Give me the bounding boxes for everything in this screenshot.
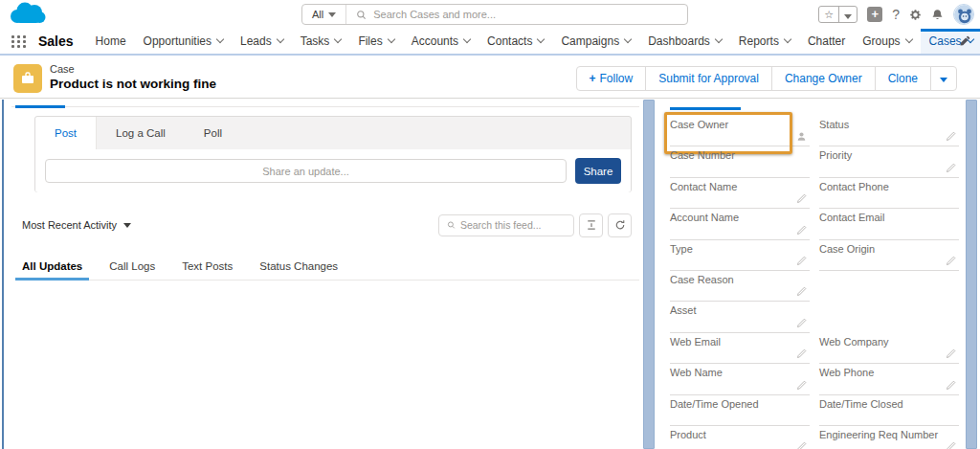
details-tab-underline: [660, 100, 965, 109]
filter-text-posts[interactable]: Text Posts: [182, 252, 233, 280]
edit-pencil-icon[interactable]: [796, 441, 807, 449]
nav-tab-leads[interactable]: Leads: [232, 29, 292, 54]
filter-call-logs[interactable]: Call Logs: [109, 252, 155, 280]
triangle-down-icon[interactable]: [123, 223, 131, 228]
field-date-time-closed: Date/Time Closed: [819, 395, 959, 426]
filter-all-updates[interactable]: All Updates: [22, 252, 82, 280]
refresh-feed-button[interactable]: [608, 213, 632, 237]
filter-status-changes[interactable]: Status Changes: [259, 252, 338, 280]
field-web-name: Web Name: [670, 364, 810, 394]
search-scope-dropdown[interactable]: All: [302, 5, 346, 24]
share-button[interactable]: Share: [575, 158, 621, 184]
field-asset: Asset: [670, 302, 810, 332]
global-search: All: [301, 4, 688, 25]
publisher-tab-poll[interactable]: Poll: [185, 117, 241, 149]
edit-pencil-icon[interactable]: [796, 318, 807, 328]
app-launcher-icon[interactable]: [11, 35, 27, 48]
details-panel-scrollbar[interactable]: [966, 100, 977, 449]
global-actions-icon[interactable]: +: [867, 7, 882, 22]
favorites-star-icon[interactable]: ☆: [819, 7, 839, 22]
feed-sort-label[interactable]: Most Recent Activity: [22, 219, 117, 231]
favorites-dropdown[interactable]: [839, 6, 857, 23]
field-product: Product: [670, 426, 810, 449]
nav-tab-tasks[interactable]: Tasks: [292, 29, 350, 54]
submit-for-approval-button[interactable]: Submit for Approval: [645, 66, 772, 91]
feed-tab-underline: [11, 100, 639, 107]
salesforce-logo-icon[interactable]: [8, 1, 48, 27]
feed-filter-tabs: All Updates Call Logs Text Posts Status …: [22, 252, 639, 281]
nav-tab-groups[interactable]: Groups: [854, 29, 920, 54]
edit-pencil-icon[interactable]: [946, 348, 956, 359]
field-contact-phone: Contact Phone: [819, 178, 959, 209]
nav-tab-chatter[interactable]: Chatter: [799, 29, 854, 54]
chevron-down-icon: [715, 35, 723, 43]
change-owner-icon[interactable]: [796, 131, 807, 142]
field-case-number: Case Number: [670, 146, 810, 177]
window-edge-line: [2, 100, 4, 449]
setup-gear-icon[interactable]: [909, 9, 922, 21]
edit-pencil-icon[interactable]: [796, 348, 807, 359]
global-header: All ☆ + ?: [0, 0, 980, 29]
field-web-company: Web Company: [819, 333, 959, 364]
edit-pencil-icon[interactable]: [796, 193, 807, 204]
field-date-time-opened: Date/Time Opened: [670, 395, 810, 426]
edit-pencil-icon[interactable]: [796, 256, 807, 266]
active-tab-indicator: [15, 105, 65, 108]
chevron-down-icon: [463, 35, 471, 43]
share-update-input[interactable]: [45, 159, 567, 183]
feed-search-input[interactable]: [460, 219, 566, 231]
field-case-owner: Case Owner: [670, 116, 810, 146]
nav-tab-home[interactable]: Home: [87, 29, 135, 54]
refresh-icon: [614, 219, 626, 231]
field-contact-name: Contact Name: [670, 178, 810, 209]
nav-tab-opportunities[interactable]: Opportunities: [135, 29, 232, 54]
field-status: Status: [819, 116, 959, 146]
app-navigation: Sales Home Opportunities Leads Tasks Fil…: [0, 29, 980, 56]
field-case-reason: Case Reason: [670, 271, 810, 302]
nav-tab-files[interactable]: Files: [349, 29, 402, 54]
edit-pencil-icon[interactable]: [946, 163, 956, 173]
case-entity-icon: [13, 64, 42, 93]
field-web-phone: Web Phone: [819, 364, 959, 394]
publisher-tab-post[interactable]: Post: [35, 117, 97, 149]
search-icon: [447, 220, 456, 230]
chevron-down-icon: [624, 35, 632, 43]
field-engineering-req-number: Engineering Req Number: [819, 426, 959, 449]
clone-button[interactable]: Clone: [875, 66, 931, 91]
edit-navigation-pencil-icon[interactable]: [959, 35, 970, 47]
edit-pencil-icon[interactable]: [796, 225, 807, 236]
nav-tab-dashboards[interactable]: Dashboards: [639, 29, 730, 54]
publisher-tab-log-a-call[interactable]: Log a Call: [97, 117, 185, 149]
field-case-origin: Case Origin: [819, 240, 959, 271]
collapse-all-button[interactable]: [579, 213, 603, 237]
nav-tab-cases[interactable]: Cases: [921, 29, 980, 54]
notifications-bell-icon[interactable]: [931, 9, 944, 21]
triangle-down-icon: [940, 78, 947, 82]
help-icon[interactable]: ?: [892, 7, 900, 22]
chevron-down-icon: [784, 35, 791, 43]
edit-pencil-icon[interactable]: [946, 441, 956, 449]
edit-pencil-icon[interactable]: [946, 380, 956, 391]
field-empty: [819, 302, 959, 332]
change-owner-button[interactable]: Change Owner: [771, 66, 876, 91]
edit-pencil-icon[interactable]: [946, 256, 956, 266]
user-avatar[interactable]: [953, 4, 974, 25]
field-type: Type: [670, 240, 810, 271]
global-search-input[interactable]: [373, 9, 678, 20]
chevron-down-icon: [537, 35, 545, 43]
edit-pencil-icon[interactable]: [946, 131, 956, 142]
follow-button[interactable]: +Follow: [576, 66, 647, 91]
record-entity-label: Case: [50, 63, 216, 75]
nav-tab-accounts[interactable]: Accounts: [403, 29, 479, 54]
nav-tab-campaigns[interactable]: Campaigns: [552, 29, 639, 54]
nav-tab-reports[interactable]: Reports: [730, 29, 799, 54]
edit-pencil-icon[interactable]: [796, 286, 807, 297]
edit-pencil-icon[interactable]: [796, 380, 807, 391]
field-contact-email: Contact Email: [819, 209, 959, 239]
chevron-down-icon: [216, 35, 224, 43]
plus-icon: +: [590, 72, 596, 85]
feed-panel-scrollbar[interactable]: [643, 100, 655, 449]
nav-tab-contacts[interactable]: Contacts: [479, 29, 552, 54]
record-header: Case Product is not working fine +Follow…: [0, 57, 980, 99]
more-actions-dropdown[interactable]: [930, 66, 957, 91]
